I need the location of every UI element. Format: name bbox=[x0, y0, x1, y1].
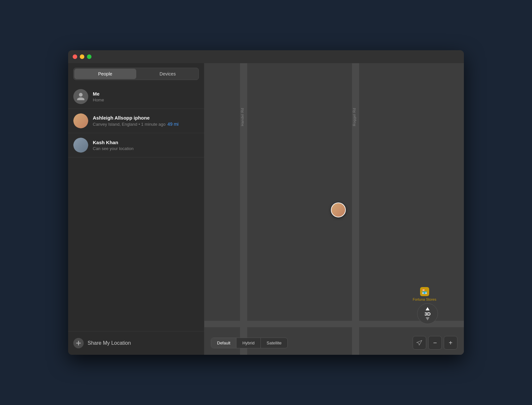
zoom-in-button[interactable]: + bbox=[444, 336, 457, 350]
list-item-kash[interactable]: Kash Khan Can see your location bbox=[68, 133, 204, 157]
map-toolbar: Default Hybrid Satellite − + bbox=[204, 336, 464, 350]
plus-icon bbox=[73, 338, 84, 348]
compass-3d-control[interactable]: 3D bbox=[417, 303, 438, 324]
road-label-roggel: Roggel Rd bbox=[352, 108, 356, 126]
map-type-default[interactable]: Default bbox=[211, 338, 236, 348]
map-zoom-controls: − + bbox=[413, 336, 457, 350]
avatar-me bbox=[73, 89, 88, 104]
person-icon bbox=[76, 92, 85, 101]
kash-name: Kash Khan bbox=[93, 140, 199, 145]
road-label-handel: Handel Rd bbox=[240, 108, 244, 126]
map-area[interactable]: Handel Rd Roggel Rd 🏪 Fortuna Stores 3D bbox=[204, 63, 464, 355]
poi-fortuna-stores[interactable]: 🏪 Fortuna Stores bbox=[413, 287, 436, 301]
road-roggel bbox=[352, 63, 359, 355]
poi-label: Fortuna Stores bbox=[413, 297, 436, 301]
location-arrow-icon bbox=[417, 340, 422, 346]
ashleigh-distance: 49 mi bbox=[167, 122, 178, 127]
compass-inner: 3D bbox=[424, 307, 430, 320]
list-item-me[interactable]: Me Home bbox=[68, 85, 204, 109]
devices-tab[interactable]: Devices bbox=[137, 68, 199, 80]
me-name: Me bbox=[93, 91, 199, 97]
app-window: People Devices Me Home bbox=[68, 50, 464, 355]
zoom-out-button[interactable]: − bbox=[428, 336, 442, 350]
location-button[interactable] bbox=[413, 336, 426, 350]
main-content: People Devices Me Home bbox=[68, 63, 464, 355]
minimize-button[interactable] bbox=[80, 54, 84, 59]
avatar-ashleigh bbox=[73, 113, 88, 128]
ashleigh-detail: Canvey Island, England • 1 minute ago bbox=[93, 122, 165, 127]
list-item-ashleigh[interactable]: Ashleigh Allsopp iphone Canvey Island, E… bbox=[68, 109, 204, 133]
compass-north-arrow bbox=[426, 307, 429, 310]
poi-emoji: 🏪 bbox=[422, 289, 427, 294]
map-type-satellite[interactable]: Satellite bbox=[261, 338, 287, 348]
people-list: Me Home Ashleigh Allsopp iphone Canvey I… bbox=[68, 85, 204, 331]
map-type-control: Default Hybrid Satellite bbox=[211, 338, 288, 348]
traffic-lights bbox=[73, 54, 91, 59]
people-tab[interactable]: People bbox=[74, 69, 136, 79]
share-location-button[interactable]: Share My Location bbox=[68, 331, 204, 355]
me-detail: Home bbox=[93, 98, 199, 102]
share-location-label: Share My Location bbox=[88, 340, 131, 346]
road-handel bbox=[240, 63, 247, 355]
ashleigh-name: Ashleigh Allsopp iphone bbox=[93, 115, 199, 121]
me-info: Me Home bbox=[93, 91, 199, 102]
kash-info: Kash Khan Can see your location bbox=[93, 140, 199, 151]
title-bar bbox=[68, 50, 464, 63]
compass-south-arrow bbox=[426, 317, 429, 320]
segment-control: People Devices bbox=[73, 68, 199, 80]
map-marker-ashleigh[interactable] bbox=[331, 202, 346, 217]
close-button[interactable] bbox=[73, 54, 77, 59]
kash-detail: Can see your location bbox=[93, 146, 199, 151]
sidebar: People Devices Me Home bbox=[68, 63, 204, 355]
maximize-button[interactable] bbox=[87, 54, 91, 59]
compass-3d-label: 3D bbox=[424, 311, 430, 317]
ashleigh-info: Ashleigh Allsopp iphone Canvey Island, E… bbox=[93, 115, 199, 127]
map-type-hybrid[interactable]: Hybrid bbox=[236, 338, 261, 348]
avatar-kash bbox=[73, 138, 88, 153]
poi-icon: 🏪 bbox=[420, 287, 429, 296]
